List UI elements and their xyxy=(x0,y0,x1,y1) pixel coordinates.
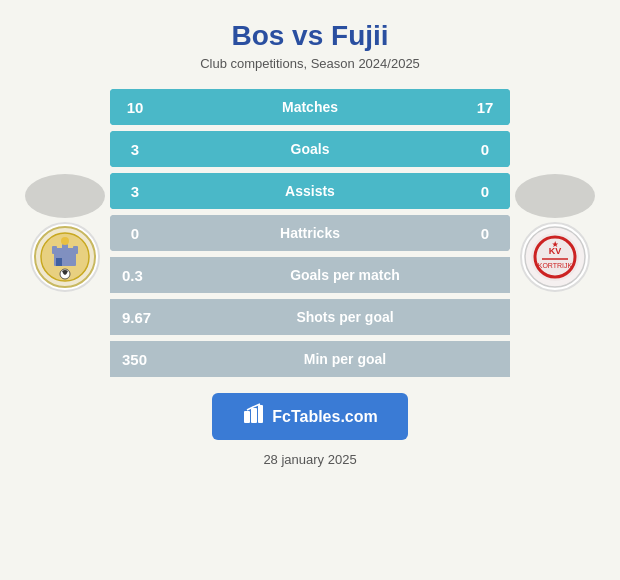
stat-right-goals: 0 xyxy=(460,131,510,167)
svg-rect-16 xyxy=(244,411,250,423)
stat-right-matches: 17 xyxy=(460,89,510,125)
fctables-label: FcTables.com xyxy=(272,408,378,426)
page-subtitle: Club competitions, Season 2024/2025 xyxy=(200,56,420,71)
stat-row-matches: 10 Matches 17 xyxy=(110,89,510,125)
stats-container: 10 Matches 17 3 Goals 0 3 Assists 0 0 Ha… xyxy=(110,89,510,377)
stat-row-goals: 3 Goals 0 xyxy=(110,131,510,167)
page-title: Bos vs Fujii xyxy=(231,20,388,52)
right-outer-shape xyxy=(515,174,595,218)
stat-value-min-per-goal: 350 xyxy=(110,341,180,377)
bos-logo-svg xyxy=(34,226,96,288)
svg-point-10 xyxy=(531,233,579,281)
stat-label-matches: Matches xyxy=(160,89,460,125)
stat-left-goals: 3 xyxy=(110,131,160,167)
left-team-logo xyxy=(30,222,100,292)
right-team-logo: KV KORTRIJK xyxy=(520,222,590,292)
stat-value-goals-per-match: 0.3 xyxy=(110,257,180,293)
fujii-logo-svg: KV KORTRIJK xyxy=(524,226,586,288)
svg-rect-18 xyxy=(258,405,263,423)
stat-right-hattricks: 0 xyxy=(460,215,510,251)
stat-label-shots-per-goal: Shots per goal xyxy=(180,299,510,335)
stat-left-assists: 3 xyxy=(110,173,160,209)
svg-point-7 xyxy=(61,237,69,245)
left-outer-shape xyxy=(25,174,105,218)
stat-row-hattricks: 0 Hattricks 0 xyxy=(110,215,510,251)
fctables-logo-icon xyxy=(242,403,264,425)
svg-rect-4 xyxy=(62,244,68,254)
right-team-badge: KV KORTRIJK xyxy=(510,174,600,292)
stat-row-shots-per-goal: 9.67 Shots per goal xyxy=(110,299,510,335)
match-date: 28 january 2025 xyxy=(263,452,356,467)
stat-value-shots-per-goal: 9.67 xyxy=(110,299,180,335)
stat-right-assists: 0 xyxy=(460,173,510,209)
stat-label-goals: Goals xyxy=(160,131,460,167)
main-content: 10 Matches 17 3 Goals 0 3 Assists 0 0 Ha… xyxy=(20,89,600,377)
fctables-icon xyxy=(242,403,264,430)
left-team-badge xyxy=(20,174,110,292)
svg-text:KV: KV xyxy=(549,246,562,256)
svg-text:KORTRIJK: KORTRIJK xyxy=(538,262,573,269)
stat-label-min-per-goal: Min per goal xyxy=(180,341,510,377)
stat-left-hattricks: 0 xyxy=(110,215,160,251)
svg-rect-6 xyxy=(56,258,62,266)
svg-rect-3 xyxy=(52,246,57,254)
svg-rect-17 xyxy=(251,408,257,423)
stat-label-goals-per-match: Goals per match xyxy=(180,257,510,293)
stat-left-matches: 10 xyxy=(110,89,160,125)
stat-label-hattricks: Hattricks xyxy=(160,215,460,251)
stat-row-assists: 3 Assists 0 xyxy=(110,173,510,209)
svg-rect-5 xyxy=(73,246,78,254)
stat-row-min-per-goal: 350 Min per goal xyxy=(110,341,510,377)
fctables-banner[interactable]: FcTables.com xyxy=(212,393,408,440)
stat-label-assists: Assists xyxy=(160,173,460,209)
stat-row-goals-per-match: 0.3 Goals per match xyxy=(110,257,510,293)
